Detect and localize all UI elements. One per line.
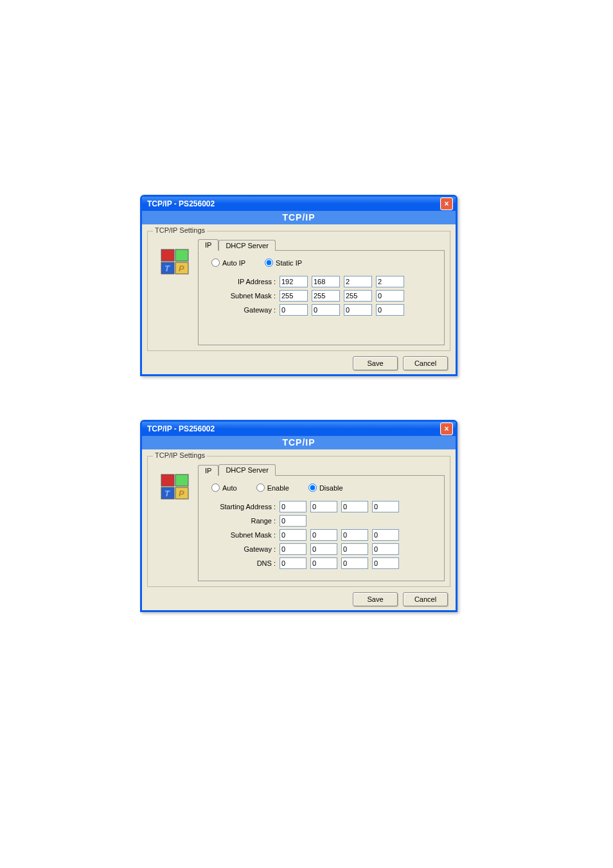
radio-auto-ip-input[interactable] xyxy=(211,258,220,267)
tcp-icon-block: T P xyxy=(153,464,198,502)
radio-disable-label: Disable xyxy=(319,484,343,492)
tcpip-dialog-dhcp: TCP/IP - PS256002 × TCP/IP TCP/IP Settin… xyxy=(140,420,458,612)
close-icon: × xyxy=(444,199,449,208)
subnet-octet-2[interactable] xyxy=(310,529,337,541)
close-icon: × xyxy=(444,424,449,433)
gateway-octet-1[interactable] xyxy=(280,543,306,555)
dns-octet-3[interactable] xyxy=(341,557,368,569)
tab-ip[interactable]: IP xyxy=(198,239,218,251)
label-subnet-mask: Subnet Mask : xyxy=(205,531,280,539)
radio-disable-input[interactable] xyxy=(308,484,317,492)
tab-panel-ip: Auto IP Static IP IP Address : xyxy=(198,250,445,345)
tcpip-dialog-ip: TCP/IP - PS256002 × TCP/IP TCP/IP Settin… xyxy=(140,195,458,376)
svg-rect-0 xyxy=(161,249,174,261)
subnet-octet-4[interactable] xyxy=(376,290,404,302)
radio-auto[interactable]: Auto xyxy=(211,484,237,492)
subnet-octet-1[interactable] xyxy=(280,290,308,302)
window-title: TCP/IP - PS256002 xyxy=(147,199,215,208)
radio-enable[interactable]: Enable xyxy=(256,484,289,492)
tab-strip: IP DHCP Server xyxy=(198,239,445,250)
label-starting-address: Starting Address : xyxy=(205,503,280,511)
svg-text:P: P xyxy=(179,489,184,498)
titlebar[interactable]: TCP/IP - PS256002 × xyxy=(142,197,456,211)
svg-text:P: P xyxy=(179,264,184,273)
label-ip-address: IP Address : xyxy=(205,278,280,285)
ip-octet-1[interactable] xyxy=(280,276,308,287)
label-gateway: Gateway : xyxy=(205,545,280,553)
tcpip-settings-group: TCP/IP Settings T P IP DHCP Serve xyxy=(147,456,450,587)
subnet-octet-3[interactable] xyxy=(341,529,368,541)
titlebar[interactable]: TCP/IP - PS256002 × xyxy=(142,422,456,436)
radio-enable-input[interactable] xyxy=(256,484,265,492)
dns-octet-1[interactable] xyxy=(280,557,306,569)
close-button[interactable]: × xyxy=(440,197,453,210)
dialog-body: TCP/IP Settings T P IP DHCP Serve xyxy=(142,449,456,610)
tab-dhcp-server[interactable]: DHCP Server xyxy=(218,464,275,476)
label-dns: DNS : xyxy=(205,559,280,567)
dialog-body: TCP/IP Settings T P IP DHCP Serve xyxy=(142,224,456,374)
cancel-button[interactable]: Cancel xyxy=(403,592,448,606)
radio-auto-ip[interactable]: Auto IP xyxy=(211,258,245,267)
dns-octet-2[interactable] xyxy=(310,557,337,569)
group-legend: TCP/IP Settings xyxy=(153,226,207,234)
radio-static-ip[interactable]: Static IP xyxy=(265,258,302,267)
save-button[interactable]: Save xyxy=(353,592,398,606)
radio-auto-label: Auto xyxy=(222,484,237,492)
starting-octet-4[interactable] xyxy=(372,501,399,512)
ip-octet-3[interactable] xyxy=(344,276,372,287)
section-header: TCP/IP xyxy=(142,211,456,224)
tab-ip[interactable]: IP xyxy=(198,465,218,476)
radio-auto-ip-label: Auto IP xyxy=(222,259,245,267)
cancel-button[interactable]: Cancel xyxy=(403,356,448,370)
gateway-octet-1[interactable] xyxy=(280,304,308,316)
svg-rect-6 xyxy=(161,475,174,486)
ip-octet-2[interactable] xyxy=(312,276,340,287)
subnet-octet-1[interactable] xyxy=(280,529,306,541)
label-subnet-mask: Subnet Mask : xyxy=(205,292,280,300)
svg-text:T: T xyxy=(164,489,170,498)
tcpip-logo-icon: T P xyxy=(160,473,191,502)
gateway-octet-4[interactable] xyxy=(376,304,404,316)
tcpip-settings-group: TCP/IP Settings T P IP DHCP Serve xyxy=(147,231,450,351)
tcpip-logo-icon: T P xyxy=(160,248,191,276)
gateway-octet-3[interactable] xyxy=(341,543,368,555)
gateway-octet-2[interactable] xyxy=(310,543,337,555)
label-gateway: Gateway : xyxy=(205,306,280,314)
radio-disable[interactable]: Disable xyxy=(308,484,343,492)
dns-octet-4[interactable] xyxy=(372,557,399,569)
radio-enable-label: Enable xyxy=(267,484,289,492)
gateway-octet-4[interactable] xyxy=(372,543,399,555)
range-input[interactable] xyxy=(280,515,306,527)
radio-static-ip-label: Static IP xyxy=(276,259,302,267)
tab-panel-dhcp: Auto Enable Disable xyxy=(198,475,445,581)
svg-text:T: T xyxy=(164,264,170,273)
radio-static-ip-input[interactable] xyxy=(265,258,273,267)
tcp-icon-block: T P xyxy=(153,239,198,276)
tab-dhcp-server[interactable]: DHCP Server xyxy=(218,240,275,251)
subnet-octet-3[interactable] xyxy=(344,290,372,302)
svg-rect-7 xyxy=(175,475,188,486)
starting-octet-3[interactable] xyxy=(341,501,368,512)
starting-octet-1[interactable] xyxy=(280,501,306,512)
save-button[interactable]: Save xyxy=(353,356,398,370)
tab-strip: IP DHCP Server xyxy=(198,464,445,475)
window-title: TCP/IP - PS256002 xyxy=(147,424,215,433)
gateway-octet-2[interactable] xyxy=(312,304,340,316)
gateway-octet-3[interactable] xyxy=(344,304,372,316)
group-legend: TCP/IP Settings xyxy=(153,451,207,459)
starting-octet-2[interactable] xyxy=(310,501,337,512)
svg-rect-1 xyxy=(175,249,188,261)
radio-auto-input[interactable] xyxy=(211,484,220,492)
close-button[interactable]: × xyxy=(440,422,453,435)
subnet-octet-2[interactable] xyxy=(312,290,340,302)
ip-octet-4[interactable] xyxy=(376,276,404,287)
subnet-octet-4[interactable] xyxy=(372,529,399,541)
label-range: Range : xyxy=(205,517,280,525)
section-header: TCP/IP xyxy=(142,436,456,449)
